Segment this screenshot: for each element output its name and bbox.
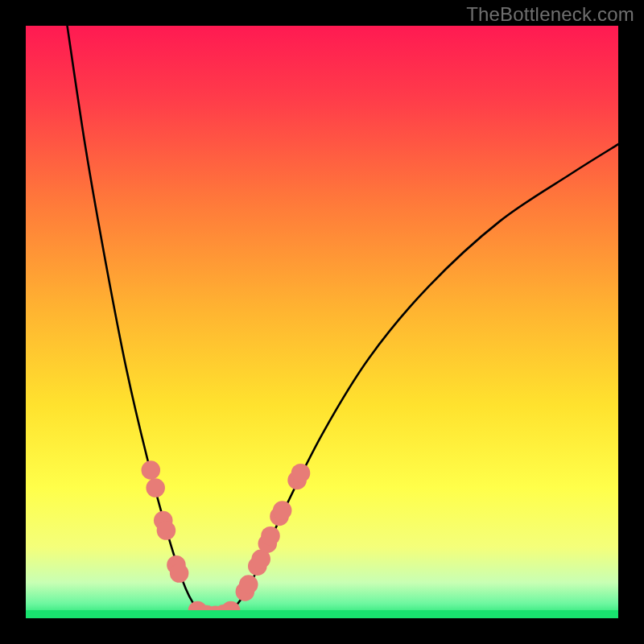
bottleneck-curve: [68, 26, 618, 617]
optimal-band: [26, 610, 618, 618]
chart-frame: TheBottleneck.com: [0, 0, 644, 644]
plot-area: [26, 26, 618, 618]
marker-dot: [261, 526, 280, 546]
chart-svg: [26, 26, 618, 618]
marker-dot: [291, 464, 311, 483]
marker-dot: [157, 521, 176, 540]
marker-group: [142, 460, 311, 618]
marker-dot: [239, 575, 258, 594]
watermark-text: TheBottleneck.com: [466, 3, 634, 26]
marker-dot: [273, 501, 292, 520]
marker-dot: [170, 564, 189, 583]
marker-dot: [146, 478, 165, 497]
marker-dot: [142, 460, 161, 480]
